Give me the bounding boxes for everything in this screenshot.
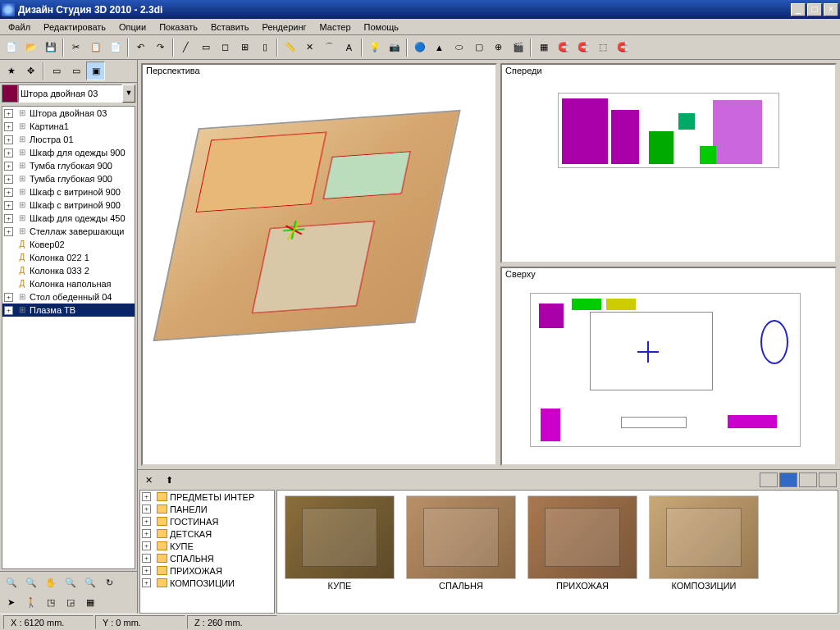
thumbnail[interactable]: КУПЕ [282,495,397,608]
category-tree[interactable]: +ПРЕДМЕТЫ ИНТЕР+ПАНЕЛИ+ГОСТИНАЯ+ДЕТСКАЯ+… [139,490,275,614]
menu-insert[interactable]: Вставить [204,21,256,34]
zoom-fit-icon[interactable]: 🔍 [80,573,99,592]
expand-icon[interactable]: + [4,122,13,131]
copy-icon[interactable]: 📋 [86,38,105,57]
measure-icon[interactable]: 📏 [281,38,299,57]
layout-tab-3[interactable] [799,472,817,487]
minimize-button[interactable]: _ [791,3,806,16]
cut-icon[interactable]: ✂ [66,38,85,57]
tree-item[interactable]: +⊞Тумба глубокая 900 [2,172,135,185]
snap4-icon[interactable]: 🧲 [613,38,632,57]
tree-item[interactable]: ДКолонка 022 1 [2,251,135,264]
snap1-icon[interactable]: 🧲 [554,38,573,57]
expand-icon[interactable]: + [4,135,13,144]
perspective-viewport[interactable]: Перспектива [141,63,497,466]
category-item[interactable]: +СПАЛЬНЯ [140,552,274,564]
cylinder-icon[interactable]: ⬭ [450,38,468,57]
expand-icon[interactable]: + [142,492,151,501]
orbit-icon[interactable]: ↻ [100,573,119,592]
category-item[interactable]: +ПРЕДМЕТЫ ИНТЕР [140,491,274,503]
snap3-icon[interactable]: ⬚ [593,38,612,57]
tree-item[interactable]: +⊞Плазма ТВ [2,304,135,317]
light-icon[interactable]: 💡 [365,38,384,57]
expand-icon[interactable]: + [4,227,13,236]
play-icon[interactable]: 🎬 [509,38,527,57]
tree-item[interactable]: +⊞Люстра 01 [2,133,135,146]
category-item[interactable]: +ПРИХОЖАЯ [140,564,274,577]
panel-mode1-icon[interactable]: ▭ [47,62,66,80]
snap2-icon[interactable]: 🧲 [573,38,592,57]
expand-icon[interactable]: + [4,162,13,171]
category-item[interactable]: +ДЕТСКАЯ [140,527,274,540]
box-icon[interactable]: ▢ [469,38,488,57]
object-combo[interactable]: Штора двойная 03 [18,84,122,103]
expand-icon[interactable]: + [142,541,151,550]
grid-icon[interactable]: ▦ [534,38,553,57]
square-icon[interactable]: ◻ [216,38,235,57]
expand-icon[interactable]: + [142,504,151,514]
tree-item[interactable]: +⊞Шкаф для одежды 450 [2,212,135,225]
zoom-all-icon[interactable]: 🔍 [2,573,21,592]
category-item[interactable]: +КОМПОЗИЦИИ [140,577,274,589]
zoom-window-icon[interactable]: 🔍 [61,573,80,592]
layout-tab-2[interactable] [779,472,797,487]
tree-item[interactable]: +⊞Картина1 [2,120,135,133]
front-canvas[interactable] [502,78,835,262]
undo-icon[interactable]: ↶ [131,38,150,57]
view1-icon[interactable]: ◳ [41,593,60,612]
arc-icon[interactable]: ⌒ [320,38,339,57]
arrow-icon[interactable]: ➤ [2,593,21,612]
thumbnail[interactable]: КОМПОЗИЦИИ [646,495,761,608]
layout-tab-4[interactable] [819,472,837,487]
expand-icon[interactable]: + [4,109,13,118]
category-item[interactable]: +КУПЕ [140,540,274,552]
rect-icon[interactable]: ▭ [196,38,215,57]
cone-icon[interactable]: ▲ [430,38,449,57]
new-icon[interactable]: 📄 [2,38,21,57]
close-panel-icon[interactable]: ✕ [139,471,158,490]
tree-item[interactable]: +⊞Стол обеденный 04 [2,290,135,304]
zoom-in-icon[interactable]: 🔍 [21,573,40,592]
menu-edit[interactable]: Редактировать [37,21,112,34]
expand-icon[interactable]: + [142,578,151,587]
expand-icon[interactable]: + [4,293,13,302]
menu-render[interactable]: Рендеринг [256,21,313,34]
tree-item[interactable]: +⊞Стеллаж завершающи [2,225,135,238]
tree-item[interactable]: +⊞Шкаф для одежды 900 [2,146,135,159]
walk-icon[interactable]: 🚶 [21,593,40,612]
close-button[interactable]: × [824,3,838,16]
menu-options[interactable]: Опции [112,21,153,34]
tree-item[interactable]: +⊞Тумба глубокая 900 [2,159,135,172]
perspective-canvas[interactable] [143,78,495,464]
target-icon[interactable]: ⊕ [489,38,508,57]
render-icon[interactable]: 🔵 [410,38,429,57]
tree-item[interactable]: +⊞Штора двойная 03 [2,107,135,120]
compass-icon[interactable]: ✕ [300,38,319,57]
door-icon[interactable]: ▯ [255,38,274,57]
select-mode-icon[interactable]: ★ [2,62,21,80]
paste-icon[interactable]: 📄 [106,38,125,57]
tree-item[interactable]: ДКолонка 033 2 [2,264,135,277]
menu-master[interactable]: Мастер [313,21,358,34]
menu-file[interactable]: Файл [2,21,37,34]
expand-icon[interactable]: + [4,175,13,184]
view3-icon[interactable]: ▦ [80,593,99,612]
color-swatch[interactable] [2,84,18,103]
expand-icon[interactable]: + [142,517,151,526]
panel-mode2-icon[interactable]: ▭ [66,62,85,80]
category-item[interactable]: +ПАНЕЛИ [140,503,274,515]
expand-icon[interactable]: + [4,306,13,315]
scene-tree[interactable]: +⊞Штора двойная 03+⊞Картина1+⊞Люстра 01+… [2,106,135,569]
pan-icon[interactable]: ✋ [41,573,60,592]
thumbnail[interactable]: ПРИХОЖАЯ [525,495,640,608]
expand-icon[interactable]: + [142,554,151,563]
expand-icon[interactable]: + [142,566,151,575]
save-icon[interactable]: 💾 [41,38,60,57]
text-icon[interactable]: A [340,38,358,57]
top-viewport[interactable]: Сверху [500,267,837,467]
category-item[interactable]: +ГОСТИНАЯ [140,515,274,527]
up-folder-icon[interactable]: ⬆ [160,471,179,490]
tree-item[interactable]: +⊞Шкаф с витриной 900 [2,199,135,212]
expand-icon[interactable]: + [4,201,13,210]
menu-help[interactable]: Помощь [358,21,406,34]
